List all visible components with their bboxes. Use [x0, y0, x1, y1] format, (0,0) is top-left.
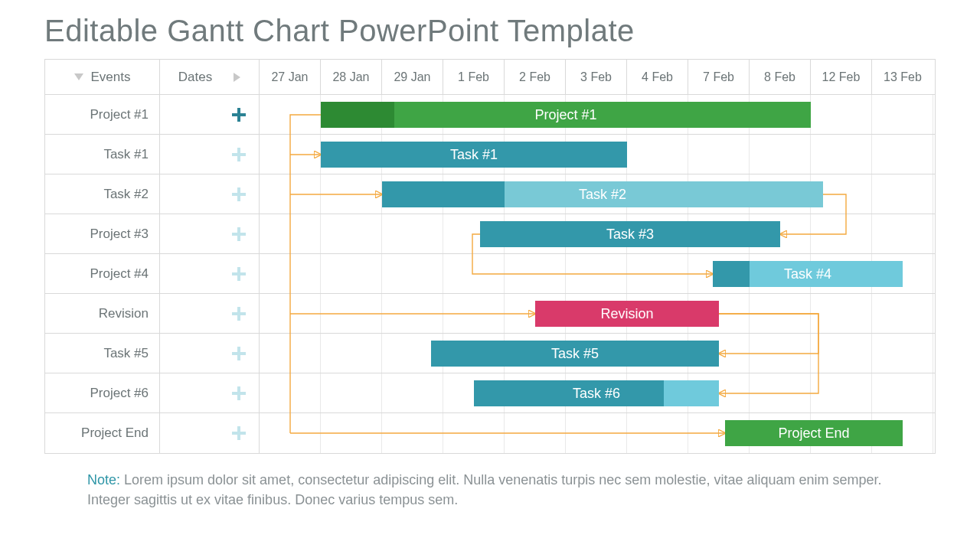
row-label: Project #4	[45, 254, 160, 293]
gantt-bar-progress	[713, 261, 750, 287]
gantt-header: Events Dates 27 Jan28 Jan29 Jan1 Feb2 Fe…	[45, 60, 935, 95]
gantt-bar[interactable]: Task #1	[321, 142, 627, 168]
note-label: Note:	[87, 472, 120, 487]
gantt-bar[interactable]: Task #2	[382, 181, 823, 207]
header-date-cell: 28 Jan	[321, 60, 382, 94]
header-date-cell: 12 Feb	[811, 60, 872, 94]
page-title: Editable Gantt Chart PowerPoint Template	[44, 14, 936, 48]
row-expand[interactable]	[160, 135, 260, 174]
row-label: Revision	[45, 294, 160, 333]
header-date-cell: 1 Feb	[443, 60, 505, 94]
gantt-bar-progress	[321, 102, 394, 128]
row-expand[interactable]	[160, 294, 260, 333]
row-grid: Project #1	[260, 95, 935, 134]
row-expand[interactable]	[160, 413, 260, 453]
gantt-row: Project #1Project #1	[45, 95, 935, 135]
plus-icon	[231, 227, 247, 242]
header-date-cell: 8 Feb	[750, 60, 811, 94]
chevron-down-icon	[74, 73, 83, 80]
row-grid: Task #2	[260, 174, 935, 214]
row-grid: Task #4	[260, 254, 935, 293]
header-events[interactable]: Events	[45, 60, 160, 94]
row-expand[interactable]	[160, 254, 260, 293]
row-grid: Task #3	[260, 214, 935, 253]
gantt-row: Project EndProject End	[45, 413, 935, 453]
gantt-bar[interactable]: Task #4	[713, 261, 903, 287]
plus-icon	[231, 386, 247, 401]
header-events-label: Events	[91, 70, 131, 85]
gantt-bar[interactable]: Task #6	[474, 380, 719, 406]
gantt-row: Task #5Task #5	[45, 334, 935, 373]
row-expand[interactable]	[160, 214, 260, 253]
gantt-bar-progress	[474, 380, 664, 406]
header-dates[interactable]: Dates	[160, 60, 260, 94]
chevron-right-icon	[234, 73, 240, 82]
plus-icon	[231, 187, 247, 202]
header-date-cell: 2 Feb	[505, 60, 566, 94]
plus-icon	[231, 107, 247, 122]
row-expand[interactable]	[160, 373, 260, 412]
row-grid: Project End	[260, 413, 935, 453]
row-grid: Task #1	[260, 135, 935, 174]
header-date-cell: 4 Feb	[627, 60, 688, 94]
row-expand[interactable]	[160, 95, 260, 134]
gantt-bar-progress	[382, 181, 505, 207]
plus-icon	[231, 147, 247, 162]
row-grid: Revision	[260, 294, 935, 333]
gantt-bar[interactable]: Project #1	[321, 102, 811, 128]
row-label: Task #5	[45, 334, 160, 373]
header-date-cell: 27 Jan	[260, 60, 321, 94]
row-label: Project #1	[45, 95, 160, 134]
row-grid: Task #5	[260, 334, 935, 373]
row-grid: Task #6	[260, 373, 935, 412]
gantt-bar[interactable]: Task #5	[431, 341, 719, 367]
header-date-cell: 29 Jan	[382, 60, 443, 94]
row-expand[interactable]	[160, 334, 260, 373]
gantt-row: Project #3Task #3	[45, 214, 935, 254]
gantt-row: RevisionRevision	[45, 294, 935, 334]
plus-icon	[231, 425, 247, 441]
header-dates-label: Dates	[178, 70, 212, 85]
note-text: Lorem ipsum dolor sit amet, consectetur …	[87, 472, 882, 507]
header-date-cell: 3 Feb	[566, 60, 627, 94]
gantt-bar[interactable]: Task #3	[480, 221, 780, 247]
row-label: Project End	[45, 413, 160, 453]
header-date-cell: 13 Feb	[872, 60, 933, 94]
gantt-row: Project #6Task #6	[45, 373, 935, 413]
row-label: Task #2	[45, 174, 160, 214]
row-label: Project #3	[45, 214, 160, 253]
row-expand[interactable]	[160, 174, 260, 214]
note: Note: Lorem ipsum dolor sit amet, consec…	[44, 471, 936, 510]
plus-icon	[231, 266, 247, 282]
gantt-chart: Events Dates 27 Jan28 Jan29 Jan1 Feb2 Fe…	[44, 59, 936, 454]
gantt-row: Project #4Task #4	[45, 254, 935, 294]
plus-icon	[231, 346, 247, 361]
gantt-row: Task #2Task #2	[45, 174, 935, 214]
header-date-cell: 7 Feb	[688, 60, 750, 94]
gantt-row: Task #1Task #1	[45, 135, 935, 174]
gantt-bar[interactable]: Project End	[725, 420, 903, 446]
gantt-body: Project #1Project #1Task #1Task #1Task #…	[45, 95, 935, 453]
gantt-bar[interactable]: Revision	[535, 301, 719, 327]
plus-icon	[231, 306, 247, 321]
row-label: Task #1	[45, 135, 160, 174]
row-label: Project #6	[45, 373, 160, 412]
